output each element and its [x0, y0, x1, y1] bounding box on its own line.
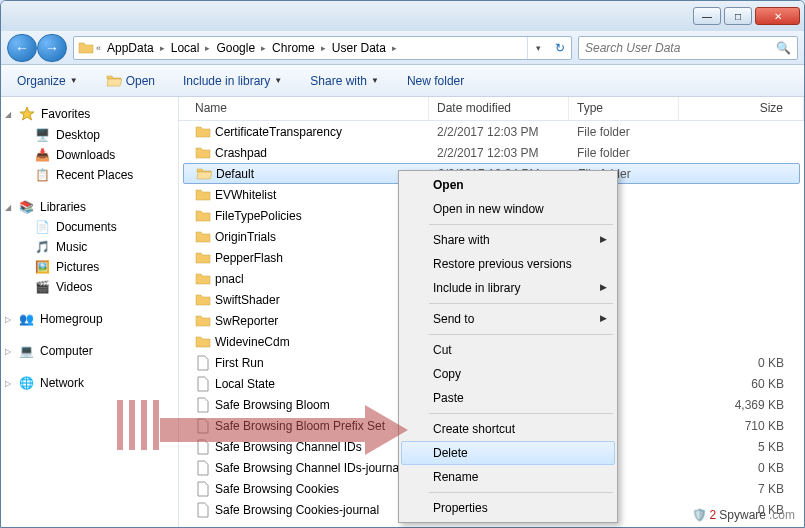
column-size[interactable]: Size [679, 97, 804, 120]
ctx-delete[interactable]: Delete [401, 441, 615, 465]
folder-open-icon [106, 73, 122, 89]
ctx-open-new-window[interactable]: Open in new window [401, 197, 615, 221]
file-icon [195, 481, 211, 497]
table-row[interactable]: CertificateTransparency2/2/2017 12:03 PM… [179, 121, 804, 142]
submenu-arrow-icon: ▶ [600, 282, 607, 292]
chevron-right-icon: ▸ [160, 43, 165, 53]
ctx-include-in-library[interactable]: Include in library▶ [401, 276, 615, 300]
sidebar-item-videos[interactable]: 🎬Videos [1, 277, 178, 297]
ctx-copy[interactable]: Copy [401, 362, 615, 386]
search-box[interactable]: 🔍 [578, 36, 798, 60]
file-size: 710 KB [687, 419, 804, 433]
ctx-paste[interactable]: Paste [401, 386, 615, 410]
column-headers: Name Date modified Type Size [179, 97, 804, 121]
ctx-send-to[interactable]: Send to▶ [401, 307, 615, 331]
back-button[interactable]: ← [7, 34, 37, 62]
file-icon [195, 418, 211, 434]
column-type[interactable]: Type [569, 97, 679, 120]
breadcrumb-item[interactable]: Local [167, 39, 204, 57]
minimize-button[interactable]: — [693, 7, 721, 25]
file-icon [195, 439, 211, 455]
toolbar: Organize ▼ Open Include in library ▼ Sha… [1, 65, 804, 97]
sidebar-favorites[interactable]: ◢Favorites [1, 103, 178, 125]
folder-icon [195, 229, 211, 245]
sidebar-homegroup[interactable]: ▷👥Homegroup [1, 309, 178, 329]
file-name: SwReporter [215, 314, 278, 328]
sidebar-network[interactable]: ▷🌐Network [1, 373, 178, 393]
organize-button[interactable]: Organize ▼ [11, 70, 84, 92]
open-button[interactable]: Open [100, 69, 161, 93]
ctx-rename[interactable]: Rename [401, 465, 615, 489]
separator [429, 334, 613, 335]
sidebar-computer[interactable]: ▷💻Computer [1, 341, 178, 361]
folder-icon [195, 271, 211, 287]
folder-icon [195, 208, 211, 224]
include-in-library-button[interactable]: Include in library ▼ [177, 70, 288, 92]
file-name: CertificateTransparency [215, 125, 342, 139]
sidebar-item-music[interactable]: 🎵Music [1, 237, 178, 257]
sidebar-item-desktop[interactable]: 🖥️Desktop [1, 125, 178, 145]
separator [429, 413, 613, 414]
search-input[interactable] [585, 41, 776, 55]
folder-open-icon [196, 166, 212, 182]
file-type: File folder [577, 125, 687, 139]
titlebar: — □ ✕ [1, 1, 804, 31]
ctx-cut[interactable]: Cut [401, 338, 615, 362]
sidebar-item-downloads[interactable]: 📥Downloads [1, 145, 178, 165]
column-name[interactable]: Name [179, 97, 429, 120]
file-date: 2/2/2017 12:03 PM [437, 146, 577, 160]
file-name: FileTypePolicies [215, 209, 302, 223]
refresh-button[interactable]: ↻ [549, 37, 571, 59]
chevron-down-icon: ▼ [70, 76, 78, 85]
maximize-button[interactable]: □ [724, 7, 752, 25]
new-folder-button[interactable]: New folder [401, 70, 470, 92]
folder-icon [195, 124, 211, 140]
table-row[interactable]: Crashpad2/2/2017 12:03 PMFile folder [179, 142, 804, 163]
close-button[interactable]: ✕ [755, 7, 800, 25]
pictures-icon: 🖼️ [35, 260, 50, 274]
expand-icon: ▷ [5, 379, 11, 388]
breadcrumb-item[interactable]: Chrome [268, 39, 319, 57]
expand-icon: ▷ [5, 315, 11, 324]
chevron-right-icon: ▸ [205, 43, 210, 53]
file-name: Safe Browsing Bloom Prefix Set [215, 419, 385, 433]
file-size: 4,369 KB [687, 398, 804, 412]
breadcrumb-item[interactable]: Google [212, 39, 259, 57]
column-date[interactable]: Date modified [429, 97, 569, 120]
chevron-right-icon: « [96, 43, 101, 53]
chevron-right-icon: ▸ [392, 43, 397, 53]
library-icon: 📚 [19, 200, 34, 214]
ctx-create-shortcut[interactable]: Create shortcut [401, 417, 615, 441]
expand-icon: ▷ [5, 347, 11, 356]
sidebar-libraries[interactable]: ◢📚Libraries [1, 197, 178, 217]
separator [429, 303, 613, 304]
file-icon [195, 502, 211, 518]
ctx-restore-versions[interactable]: Restore previous versions [401, 252, 615, 276]
sidebar-item-recent-places[interactable]: 📋Recent Places [1, 165, 178, 185]
file-name: Safe Browsing Cookies-journal [215, 503, 379, 517]
ctx-share-with[interactable]: Share with▶ [401, 228, 615, 252]
ctx-open[interactable]: Open [401, 173, 615, 197]
submenu-arrow-icon: ▶ [600, 234, 607, 244]
sidebar-item-documents[interactable]: 📄Documents [1, 217, 178, 237]
network-icon: 🌐 [19, 376, 34, 390]
separator [429, 492, 613, 493]
folder-icon [195, 292, 211, 308]
chevron-right-icon: ▸ [261, 43, 266, 53]
forward-button[interactable]: → [37, 34, 67, 62]
breadcrumb-item[interactable]: User Data [328, 39, 390, 57]
file-size: 5 KB [687, 440, 804, 454]
sidebar-item-pictures[interactable]: 🖼️Pictures [1, 257, 178, 277]
file-icon [195, 397, 211, 413]
breadcrumb-item[interactable]: AppData [103, 39, 158, 57]
file-name: OriginTrials [215, 230, 276, 244]
address-dropdown[interactable]: ▾ [527, 37, 549, 59]
download-icon: 📥 [35, 148, 50, 162]
file-name: Local State [215, 377, 275, 391]
ctx-properties[interactable]: Properties [401, 496, 615, 520]
address-bar[interactable]: « AppData▸ Local▸ Google▸ Chrome▸ User D… [73, 36, 572, 60]
file-name: Crashpad [215, 146, 267, 160]
file-name: Safe Browsing Channel IDs-journal [215, 461, 402, 475]
share-with-button[interactable]: Share with ▼ [304, 70, 385, 92]
chevron-down-icon: ▼ [274, 76, 282, 85]
